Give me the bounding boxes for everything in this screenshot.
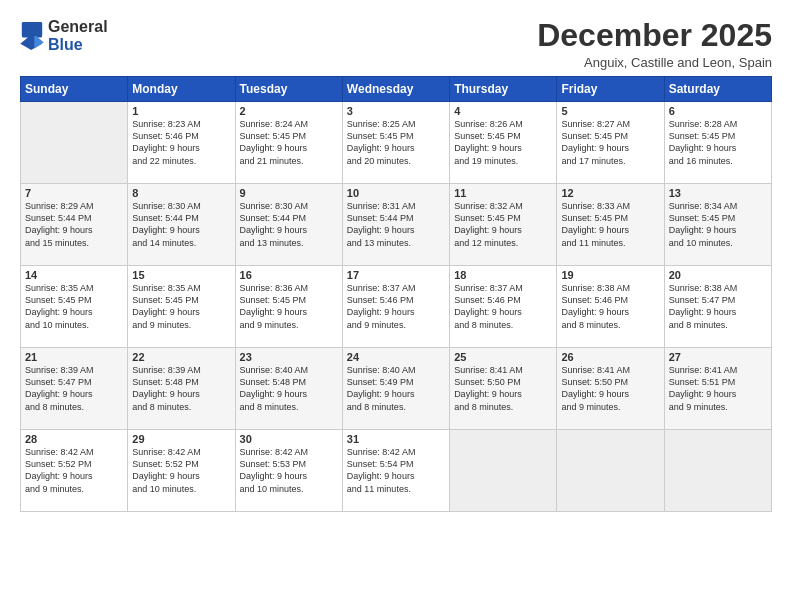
- day-number: 1: [132, 105, 230, 117]
- calendar-cell: 29Sunrise: 8:42 AM Sunset: 5:52 PM Dayli…: [128, 430, 235, 512]
- day-info: Sunrise: 8:39 AM Sunset: 5:48 PM Dayligh…: [132, 364, 230, 413]
- day-number: 6: [669, 105, 767, 117]
- day-number: 28: [25, 433, 123, 445]
- calendar-cell: 3Sunrise: 8:25 AM Sunset: 5:45 PM Daylig…: [342, 102, 449, 184]
- day-info: Sunrise: 8:35 AM Sunset: 5:45 PM Dayligh…: [132, 282, 230, 331]
- day-info: Sunrise: 8:40 AM Sunset: 5:49 PM Dayligh…: [347, 364, 445, 413]
- calendar-cell: 19Sunrise: 8:38 AM Sunset: 5:46 PM Dayli…: [557, 266, 664, 348]
- day-info: Sunrise: 8:30 AM Sunset: 5:44 PM Dayligh…: [240, 200, 338, 249]
- day-number: 18: [454, 269, 552, 281]
- calendar-cell: 8Sunrise: 8:30 AM Sunset: 5:44 PM Daylig…: [128, 184, 235, 266]
- calendar-cell: 13Sunrise: 8:34 AM Sunset: 5:45 PM Dayli…: [664, 184, 771, 266]
- calendar-cell: 10Sunrise: 8:31 AM Sunset: 5:44 PM Dayli…: [342, 184, 449, 266]
- day-info: Sunrise: 8:42 AM Sunset: 5:52 PM Dayligh…: [132, 446, 230, 495]
- logo-text: General Blue: [48, 18, 108, 54]
- weekday-header: Thursday: [450, 77, 557, 102]
- header: General Blue December 2025 Anguix, Casti…: [20, 18, 772, 70]
- calendar-cell: 31Sunrise: 8:42 AM Sunset: 5:54 PM Dayli…: [342, 430, 449, 512]
- day-info: Sunrise: 8:34 AM Sunset: 5:45 PM Dayligh…: [669, 200, 767, 249]
- day-number: 31: [347, 433, 445, 445]
- calendar-cell: 5Sunrise: 8:27 AM Sunset: 5:45 PM Daylig…: [557, 102, 664, 184]
- calendar-week: 21Sunrise: 8:39 AM Sunset: 5:47 PM Dayli…: [21, 348, 772, 430]
- calendar-cell: 21Sunrise: 8:39 AM Sunset: 5:47 PM Dayli…: [21, 348, 128, 430]
- calendar-body: 1Sunrise: 8:23 AM Sunset: 5:46 PM Daylig…: [21, 102, 772, 512]
- day-info: Sunrise: 8:33 AM Sunset: 5:45 PM Dayligh…: [561, 200, 659, 249]
- calendar-header: SundayMondayTuesdayWednesdayThursdayFrid…: [21, 77, 772, 102]
- day-info: Sunrise: 8:41 AM Sunset: 5:51 PM Dayligh…: [669, 364, 767, 413]
- calendar-cell: 14Sunrise: 8:35 AM Sunset: 5:45 PM Dayli…: [21, 266, 128, 348]
- calendar-cell: 4Sunrise: 8:26 AM Sunset: 5:45 PM Daylig…: [450, 102, 557, 184]
- day-info: Sunrise: 8:41 AM Sunset: 5:50 PM Dayligh…: [454, 364, 552, 413]
- day-number: 22: [132, 351, 230, 363]
- weekday-header: Sunday: [21, 77, 128, 102]
- weekday-header: Monday: [128, 77, 235, 102]
- calendar-cell: 20Sunrise: 8:38 AM Sunset: 5:47 PM Dayli…: [664, 266, 771, 348]
- calendar-cell: 17Sunrise: 8:37 AM Sunset: 5:46 PM Dayli…: [342, 266, 449, 348]
- calendar-cell: 6Sunrise: 8:28 AM Sunset: 5:45 PM Daylig…: [664, 102, 771, 184]
- calendar-cell: [21, 102, 128, 184]
- day-number: 27: [669, 351, 767, 363]
- month-title: December 2025: [537, 18, 772, 53]
- calendar-cell: 7Sunrise: 8:29 AM Sunset: 5:44 PM Daylig…: [21, 184, 128, 266]
- calendar-cell: 18Sunrise: 8:37 AM Sunset: 5:46 PM Dayli…: [450, 266, 557, 348]
- day-number: 4: [454, 105, 552, 117]
- calendar-cell: 15Sunrise: 8:35 AM Sunset: 5:45 PM Dayli…: [128, 266, 235, 348]
- day-info: Sunrise: 8:36 AM Sunset: 5:45 PM Dayligh…: [240, 282, 338, 331]
- day-info: Sunrise: 8:42 AM Sunset: 5:53 PM Dayligh…: [240, 446, 338, 495]
- calendar-week: 1Sunrise: 8:23 AM Sunset: 5:46 PM Daylig…: [21, 102, 772, 184]
- calendar-cell: 26Sunrise: 8:41 AM Sunset: 5:50 PM Dayli…: [557, 348, 664, 430]
- day-info: Sunrise: 8:30 AM Sunset: 5:44 PM Dayligh…: [132, 200, 230, 249]
- calendar-cell: [450, 430, 557, 512]
- day-number: 9: [240, 187, 338, 199]
- day-number: 3: [347, 105, 445, 117]
- page: General Blue December 2025 Anguix, Casti…: [0, 0, 792, 612]
- calendar-cell: 23Sunrise: 8:40 AM Sunset: 5:48 PM Dayli…: [235, 348, 342, 430]
- calendar-cell: 16Sunrise: 8:36 AM Sunset: 5:45 PM Dayli…: [235, 266, 342, 348]
- weekday-header: Tuesday: [235, 77, 342, 102]
- calendar-cell: [664, 430, 771, 512]
- day-number: 26: [561, 351, 659, 363]
- calendar-week: 14Sunrise: 8:35 AM Sunset: 5:45 PM Dayli…: [21, 266, 772, 348]
- weekday-header: Friday: [557, 77, 664, 102]
- day-number: 16: [240, 269, 338, 281]
- day-info: Sunrise: 8:37 AM Sunset: 5:46 PM Dayligh…: [454, 282, 552, 331]
- day-info: Sunrise: 8:31 AM Sunset: 5:44 PM Dayligh…: [347, 200, 445, 249]
- calendar-cell: [557, 430, 664, 512]
- day-number: 23: [240, 351, 338, 363]
- day-info: Sunrise: 8:27 AM Sunset: 5:45 PM Dayligh…: [561, 118, 659, 167]
- day-info: Sunrise: 8:32 AM Sunset: 5:45 PM Dayligh…: [454, 200, 552, 249]
- calendar-week: 7Sunrise: 8:29 AM Sunset: 5:44 PM Daylig…: [21, 184, 772, 266]
- day-number: 30: [240, 433, 338, 445]
- day-info: Sunrise: 8:42 AM Sunset: 5:52 PM Dayligh…: [25, 446, 123, 495]
- day-number: 21: [25, 351, 123, 363]
- day-number: 10: [347, 187, 445, 199]
- calendar-cell: 2Sunrise: 8:24 AM Sunset: 5:45 PM Daylig…: [235, 102, 342, 184]
- day-info: Sunrise: 8:42 AM Sunset: 5:54 PM Dayligh…: [347, 446, 445, 495]
- day-number: 7: [25, 187, 123, 199]
- logo-icon: [20, 22, 44, 50]
- day-number: 25: [454, 351, 552, 363]
- day-number: 11: [454, 187, 552, 199]
- day-info: Sunrise: 8:38 AM Sunset: 5:47 PM Dayligh…: [669, 282, 767, 331]
- title-block: December 2025 Anguix, Castille and Leon,…: [537, 18, 772, 70]
- day-info: Sunrise: 8:24 AM Sunset: 5:45 PM Dayligh…: [240, 118, 338, 167]
- calendar-cell: 1Sunrise: 8:23 AM Sunset: 5:46 PM Daylig…: [128, 102, 235, 184]
- weekday-row: SundayMondayTuesdayWednesdayThursdayFrid…: [21, 77, 772, 102]
- day-info: Sunrise: 8:37 AM Sunset: 5:46 PM Dayligh…: [347, 282, 445, 331]
- day-info: Sunrise: 8:25 AM Sunset: 5:45 PM Dayligh…: [347, 118, 445, 167]
- day-info: Sunrise: 8:29 AM Sunset: 5:44 PM Dayligh…: [25, 200, 123, 249]
- calendar-cell: 25Sunrise: 8:41 AM Sunset: 5:50 PM Dayli…: [450, 348, 557, 430]
- day-info: Sunrise: 8:28 AM Sunset: 5:45 PM Dayligh…: [669, 118, 767, 167]
- day-info: Sunrise: 8:41 AM Sunset: 5:50 PM Dayligh…: [561, 364, 659, 413]
- day-info: Sunrise: 8:26 AM Sunset: 5:45 PM Dayligh…: [454, 118, 552, 167]
- day-info: Sunrise: 8:23 AM Sunset: 5:46 PM Dayligh…: [132, 118, 230, 167]
- subtitle: Anguix, Castille and Leon, Spain: [537, 55, 772, 70]
- calendar-cell: 9Sunrise: 8:30 AM Sunset: 5:44 PM Daylig…: [235, 184, 342, 266]
- weekday-header: Saturday: [664, 77, 771, 102]
- day-number: 5: [561, 105, 659, 117]
- day-number: 19: [561, 269, 659, 281]
- calendar-cell: 24Sunrise: 8:40 AM Sunset: 5:49 PM Dayli…: [342, 348, 449, 430]
- day-number: 15: [132, 269, 230, 281]
- day-number: 12: [561, 187, 659, 199]
- calendar: SundayMondayTuesdayWednesdayThursdayFrid…: [20, 76, 772, 512]
